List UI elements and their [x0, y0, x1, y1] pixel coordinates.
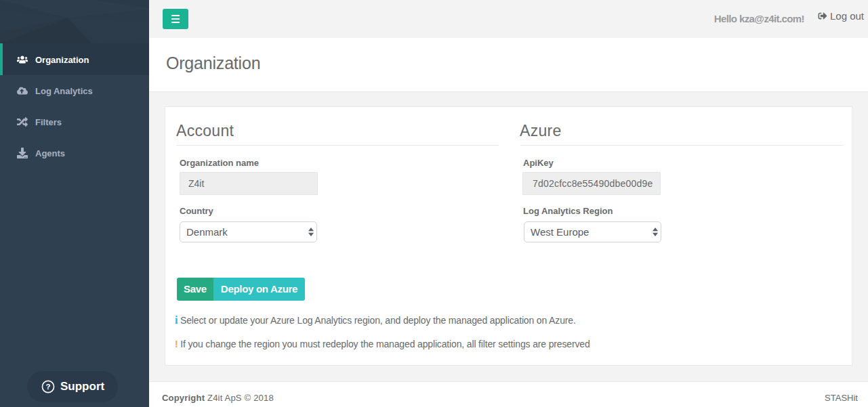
svg-text:?: ?	[45, 383, 50, 391]
